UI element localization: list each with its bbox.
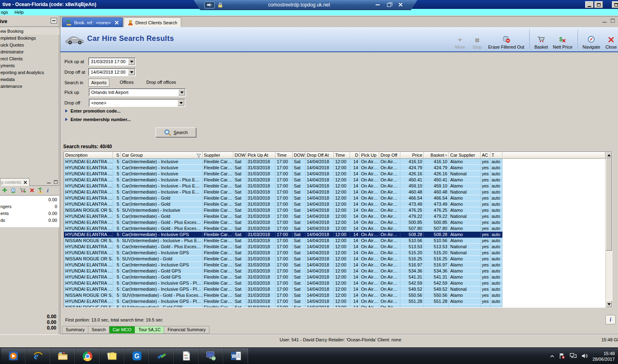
column-header-ac[interactable]: AC bbox=[481, 152, 490, 159]
sidebar-item-aintenance[interactable]: aintenance bbox=[0, 83, 59, 90]
action-center-flag-icon[interactable] bbox=[559, 353, 565, 360]
bottom-tab-summary[interactable]: Summary bbox=[62, 326, 88, 334]
column-header-supplier[interactable]: Supplier bbox=[203, 152, 233, 159]
info-icon[interactable]: i bbox=[47, 187, 49, 194]
menu-help[interactable]: Help bbox=[15, 10, 24, 15]
scroll-down-button[interactable] bbox=[606, 301, 612, 307]
dropdown-arrow-icon[interactable] bbox=[177, 100, 184, 106]
column-header-dow[interactable]: DOW bbox=[293, 152, 306, 159]
promotion-code-expander[interactable]: Enter promotion code... bbox=[65, 109, 120, 113]
scroll-up-button[interactable] bbox=[606, 152, 612, 158]
taskbar-file-explorer[interactable] bbox=[50, 348, 75, 364]
table-row[interactable]: NISSAN ROGUE OR S…5SUV(Intermediate) - G… bbox=[64, 292, 605, 298]
mdi-minimize-icon[interactable] bbox=[603, 22, 607, 23]
table-row[interactable]: HYUNDAI ELANTRA …5Car(Intermediate) - In… bbox=[64, 177, 605, 183]
menu-ogs[interactable]: ogs bbox=[1, 10, 8, 15]
tab-book-ref-none[interactable]: Book. ref.: <none> bbox=[62, 17, 123, 27]
table-row[interactable]: HYUNDAI ELANTRA …5Car(Intermediate) - In… bbox=[64, 159, 605, 165]
table-row[interactable]: NISSAN ROGUE OR S…5SUV(Intermediate) - G… bbox=[64, 256, 605, 262]
taskbar-remote-desktop[interactable] bbox=[199, 348, 223, 364]
bottom-tab-financial-summary[interactable]: Financial Summary bbox=[164, 326, 209, 334]
search-in-airports[interactable]: Airports bbox=[88, 79, 109, 87]
table-row[interactable]: HYUNDAI ELANTRA …5Car(Intermediate) - In… bbox=[64, 262, 605, 268]
column-header-drop-off[interactable]: Drop Off bbox=[379, 152, 400, 159]
rdp-restore-icon[interactable] bbox=[387, 3, 391, 7]
taskbar-word[interactable]: W bbox=[223, 348, 248, 364]
sidebar-collapse-button[interactable] bbox=[51, 18, 57, 23]
search-in-offices[interactable]: Offices bbox=[118, 79, 136, 86]
window-minimize-button[interactable] bbox=[585, 1, 594, 8]
table-row[interactable]: HYUNDAI ELANTRA …5Car(Intermediate) - Go… bbox=[64, 213, 605, 219]
column-header-car-supplier[interactable]: Car Supplier bbox=[449, 152, 481, 159]
table-row[interactable]: HYUNDAI ELANTRA …5Car(Intermediate) - In… bbox=[64, 286, 605, 292]
sidebar-item-yments[interactable]: yments bbox=[0, 62, 59, 69]
taskbar-chrome[interactable] bbox=[75, 348, 100, 364]
taskbar-sticky-notes[interactable] bbox=[100, 348, 124, 364]
refresh-icon[interactable] bbox=[11, 187, 16, 194]
mdi-maximize-icon[interactable] bbox=[611, 19, 615, 23]
table-row[interactable]: HYUNDAI ELANTRA …5Car(Intermediate) - In… bbox=[64, 189, 605, 195]
sidebar-item-uick-quotes[interactable]: uick Quotes bbox=[0, 42, 59, 49]
table-row[interactable]: HYUNDAI ELANTRA …5Car(Intermediate) - Go… bbox=[64, 268, 605, 274]
search-in-drop-off-offices[interactable]: Drop off offices bbox=[144, 79, 179, 86]
column-header-dow[interactable]: DOW bbox=[233, 152, 246, 159]
taskbar-sage[interactable] bbox=[149, 348, 174, 364]
palm-icon[interactable] bbox=[38, 187, 44, 194]
taskbar-internet-explorer[interactable]: e bbox=[26, 348, 50, 364]
column-header-t[interactable]: T bbox=[490, 152, 503, 159]
bottom-tab-car-mco[interactable]: Car MCO bbox=[109, 326, 135, 334]
table-row[interactable]: HYUNDAI ELANTRA …5Car(Intermediate) - In… bbox=[64, 171, 605, 177]
table-row[interactable]: HYUNDAI ELANTRA …5Car(Intermediate) - Go… bbox=[64, 274, 605, 280]
table-row[interactable]: HYUNDAI ELANTRA …5Car(Intermediate) - In… bbox=[64, 298, 605, 304]
sidebar-item-mpleted-bookings[interactable]: mpleted Bookings bbox=[0, 35, 59, 42]
rdp-close-icon[interactable] bbox=[398, 2, 403, 8]
dropoff-at-input[interactable]: 14/04/2018 12:00 bbox=[88, 68, 136, 76]
column-header-car-group[interactable]: Car Group bbox=[121, 152, 203, 159]
close-icon[interactable] bbox=[24, 181, 27, 184]
table-row[interactable]: NISSAN ROGUE OR S…5SUV(Intermediate) - G… bbox=[64, 304, 605, 307]
search-button[interactable]: Search bbox=[156, 128, 196, 137]
add-icon[interactable] bbox=[2, 187, 7, 194]
close-button[interactable]: Close bbox=[605, 36, 617, 49]
panel-minimize-icon[interactable] bbox=[47, 183, 51, 183]
taskbar-g-app[interactable]: G bbox=[124, 348, 149, 364]
column-header-pick-up[interactable]: Pick Up bbox=[360, 152, 379, 159]
pickup-location-select[interactable]: Orlando Intl Airport bbox=[89, 88, 186, 96]
table-row[interactable]: HYUNDAI ELANTRA …5Car(Intermediate) - Go… bbox=[64, 244, 605, 250]
panel-maximize-icon[interactable] bbox=[54, 180, 58, 184]
table-row[interactable]: HYUNDAI ELANTRA …5Car(Intermediate) - Go… bbox=[64, 219, 605, 226]
pin-icon[interactable] bbox=[204, 2, 215, 9]
delete-icon[interactable] bbox=[30, 188, 34, 194]
basket-add-icon[interactable] bbox=[19, 187, 26, 194]
column-header-time[interactable]: Time bbox=[334, 152, 350, 159]
taskbar-start[interactable] bbox=[1, 348, 26, 364]
column-header-basket[interactable]: Basket bbox=[424, 152, 449, 159]
navigate-button[interactable]: Navigate bbox=[583, 36, 600, 49]
column-header-description[interactable]: Description bbox=[64, 152, 113, 159]
table-row[interactable]: NISSAN ROGUE OR S…5SUV(Intermediate) - I… bbox=[64, 207, 605, 213]
rdp-minimize-icon[interactable] bbox=[376, 4, 380, 5]
column-header-time[interactable]: Time bbox=[276, 152, 293, 159]
sidebar-item-dministrator[interactable]: dministrator bbox=[0, 49, 59, 55]
column-header-drop-off-at[interactable]: Drop Off At bbox=[306, 152, 334, 159]
sidebar-item-eporting-and-analytics[interactable]: eporting and Analytics bbox=[0, 69, 59, 76]
erase-filtered-out-button[interactable]: Erase Filtered Out bbox=[488, 36, 524, 49]
sidebar-item-ewdata[interactable]: ewdata bbox=[0, 76, 59, 83]
sidebar-item-ew-booking[interactable]: ew Booking bbox=[0, 28, 59, 35]
bottom-tab-tour-5a-1c[interactable]: Tour 5A,1C bbox=[135, 326, 164, 334]
basket-button[interactable]: Basket bbox=[535, 36, 548, 49]
contents-tab[interactable]: g contents bbox=[0, 178, 30, 186]
membership-number-expander[interactable]: Enter membership number... bbox=[65, 117, 131, 122]
tray-chevron-icon[interactable] bbox=[550, 354, 554, 359]
column-header-s[interactable]: S bbox=[113, 152, 121, 159]
dropdown-arrow-icon[interactable] bbox=[128, 58, 135, 65]
table-row[interactable]: HYUNDAI ELANTRA …5Car(Intermediate) - Go… bbox=[64, 226, 605, 232]
table-row[interactable]: HYUNDAI ELANTRA …5Car(Intermediate) - Go… bbox=[64, 195, 605, 201]
scrollbar-thumb[interactable] bbox=[606, 158, 612, 251]
column-header-pick-up-at[interactable]: Pick Up At bbox=[246, 152, 276, 159]
bottom-tab-search[interactable]: Search bbox=[88, 326, 109, 334]
table-row[interactable]: HYUNDAI ELANTRA …5Car(Intermediate) - Go… bbox=[64, 201, 605, 207]
column-header-d[interactable]: D bbox=[350, 152, 360, 159]
sidebar-item-rect-clients[interactable]: rect Clients bbox=[0, 55, 59, 62]
nett-price-button[interactable]: $Nett Price bbox=[553, 36, 572, 49]
